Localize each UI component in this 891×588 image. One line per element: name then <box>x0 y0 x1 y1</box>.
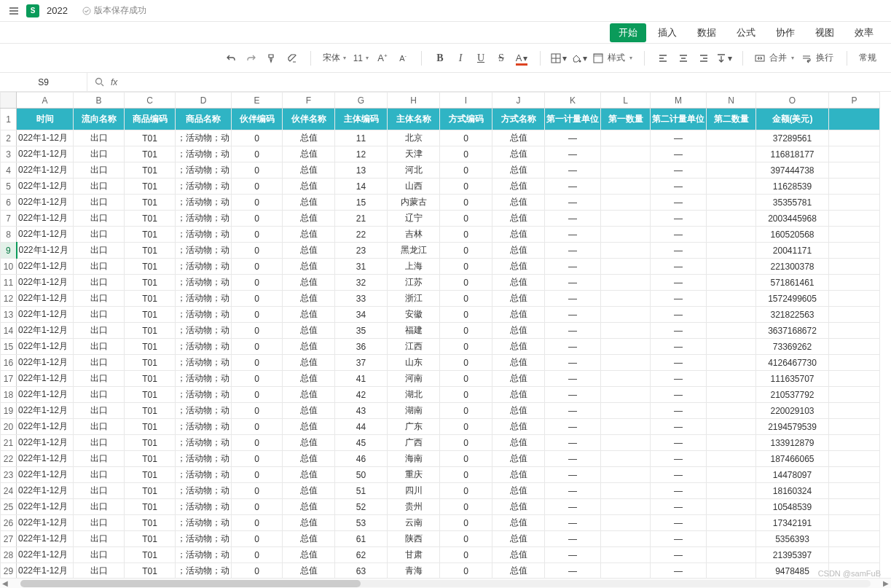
cell[interactable]: T01 <box>125 162 176 179</box>
cell[interactable]: 总值 <box>283 371 335 387</box>
column-header[interactable]: C <box>125 93 176 109</box>
cell[interactable]: ；活动物；动 <box>176 275 232 291</box>
cell[interactable]: 湖北 <box>388 387 440 403</box>
cell[interactable]: 总值 <box>492 275 545 291</box>
cell[interactable] <box>601 563 651 579</box>
cell[interactable]: 出口 <box>74 259 125 275</box>
align-left-icon[interactable] <box>653 49 672 68</box>
table-header-cell[interactable]: 金额(美元) <box>756 109 829 130</box>
cell[interactable]: T01 <box>125 227 176 243</box>
cell[interactable]: 133912879 <box>756 435 829 451</box>
cell[interactable]: T01 <box>125 467 176 483</box>
cell[interactable]: 总值 <box>283 146 335 162</box>
cell[interactable] <box>707 162 756 179</box>
cell[interactable]: — <box>651 419 707 435</box>
cell[interactable] <box>707 259 756 275</box>
cell[interactable] <box>601 355 651 371</box>
cell[interactable]: 21 <box>335 211 388 227</box>
cell-reference-input[interactable]: S9 <box>0 73 87 91</box>
cell[interactable] <box>829 499 880 515</box>
cell[interactable] <box>829 243 880 259</box>
cell[interactable]: 0 <box>232 371 283 387</box>
cell[interactable] <box>829 435 880 451</box>
cell[interactable] <box>829 547 880 563</box>
table-header-cell[interactable]: 主体名称 <box>388 109 440 130</box>
cell[interactable] <box>601 531 651 547</box>
table-header-cell[interactable]: 商品名称 <box>176 109 232 130</box>
cell[interactable]: 总值 <box>283 307 335 323</box>
cell[interactable]: 出口 <box>74 275 125 291</box>
cell[interactable]: ；活动物；动 <box>176 243 232 259</box>
row-header[interactable]: 12 <box>1 291 17 307</box>
cell[interactable] <box>829 211 880 227</box>
cell[interactable]: 0 <box>232 403 283 419</box>
table-header-cell[interactable]: 第二计量单位 <box>651 109 707 130</box>
menu-tab-6[interactable]: 效率 <box>846 23 882 42</box>
align-center-icon[interactable] <box>674 49 693 68</box>
table-row[interactable]: 5022年1-12月出口T01；活动物；动0总值14山西0总值——1162853… <box>1 179 880 195</box>
cell[interactable]: T01 <box>125 275 176 291</box>
row-header[interactable]: 7 <box>1 211 17 227</box>
cell[interactable] <box>601 259 651 275</box>
row-header[interactable]: 14 <box>1 323 17 339</box>
cell[interactable]: — <box>545 419 601 435</box>
cell[interactable]: 总值 <box>283 467 335 483</box>
cell[interactable]: — <box>545 291 601 307</box>
cell[interactable] <box>829 339 880 355</box>
cell[interactable] <box>707 195 756 211</box>
cell[interactable]: 20041171 <box>756 243 829 259</box>
cell[interactable]: 总值 <box>283 547 335 563</box>
cell[interactable]: 出口 <box>74 515 125 531</box>
cell[interactable]: ；活动物；动 <box>176 499 232 515</box>
cell[interactable] <box>601 179 651 195</box>
cell[interactable]: ；活动物；动 <box>176 451 232 467</box>
row-header[interactable]: 27 <box>1 531 17 547</box>
cell[interactable]: 总值 <box>492 403 545 419</box>
cell[interactable]: 出口 <box>74 499 125 515</box>
cell[interactable]: T01 <box>125 403 176 419</box>
cell[interactable]: 出口 <box>74 146 125 162</box>
cell[interactable]: — <box>651 323 707 339</box>
cell[interactable]: 0 <box>232 499 283 515</box>
cell[interactable] <box>829 291 880 307</box>
cell[interactable] <box>829 259 880 275</box>
cell[interactable]: 总值 <box>492 195 545 211</box>
cell[interactable]: ；活动物；动 <box>176 227 232 243</box>
cell[interactable]: 022年1-12月 <box>17 243 74 259</box>
cell[interactable]: 22 <box>335 227 388 243</box>
cell[interactable]: 022年1-12月 <box>17 419 74 435</box>
cell[interactable]: 022年1-12月 <box>17 211 74 227</box>
cell[interactable] <box>707 387 756 403</box>
cell[interactable]: 0 <box>440 483 492 499</box>
cell[interactable] <box>707 563 756 579</box>
cell[interactable]: T01 <box>125 483 176 499</box>
table-row[interactable]: 21022年1-12月出口T01；活动物；动0总值45广西0总值——133912… <box>1 435 880 451</box>
cell[interactable]: 0 <box>232 162 283 179</box>
cell[interactable]: ；活动物；动 <box>176 339 232 355</box>
cell[interactable]: 10548539 <box>756 499 829 515</box>
cell[interactable]: 37 <box>335 355 388 371</box>
cell[interactable]: 0 <box>232 291 283 307</box>
cell[interactable]: 总值 <box>492 243 545 259</box>
cell[interactable]: 022年1-12月 <box>17 355 74 371</box>
cell[interactable]: 总值 <box>492 499 545 515</box>
cell[interactable]: T01 <box>125 130 176 146</box>
cell[interactable]: 11 <box>335 130 388 146</box>
scroll-left-icon[interactable]: ◀ <box>0 579 10 587</box>
cell[interactable]: T01 <box>125 515 176 531</box>
cell[interactable]: T01 <box>125 307 176 323</box>
cell[interactable]: 总值 <box>492 467 545 483</box>
cell[interactable]: 甘肃 <box>388 547 440 563</box>
cell[interactable]: 022年1-12月 <box>17 547 74 563</box>
cell[interactable]: — <box>545 451 601 467</box>
cell[interactable]: 0 <box>440 243 492 259</box>
cell[interactable]: 0 <box>232 130 283 146</box>
cell[interactable] <box>601 275 651 291</box>
valign-icon[interactable]: ▾ <box>715 49 734 68</box>
cell[interactable]: 0 <box>232 355 283 371</box>
cell[interactable] <box>601 419 651 435</box>
menu-tab-1[interactable]: 插入 <box>649 23 686 42</box>
row-header[interactable]: 1 <box>1 109 17 130</box>
cell[interactable] <box>829 419 880 435</box>
cell[interactable]: T01 <box>125 195 176 211</box>
